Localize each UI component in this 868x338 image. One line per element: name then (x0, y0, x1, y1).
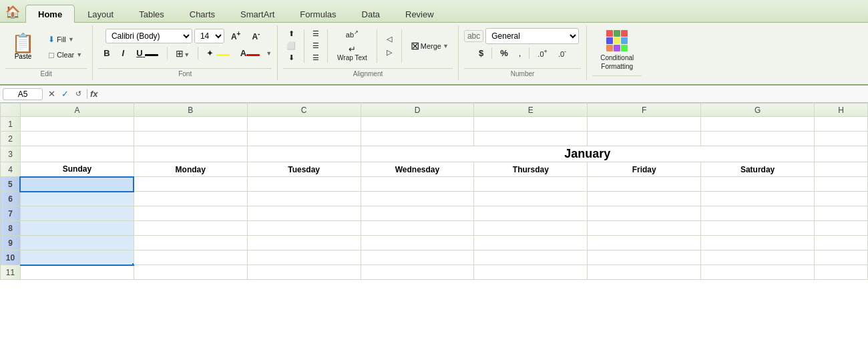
cell-h5[interactable] (815, 177, 868, 192)
indent-increase-button[interactable]: ▷ (382, 46, 397, 59)
col-header-b[interactable]: B (134, 104, 247, 117)
cell-e10[interactable] (474, 250, 588, 265)
cell-g8[interactable] (701, 221, 815, 236)
decrease-decimal-button[interactable]: .0- (554, 46, 571, 60)
cell-a10[interactable] (20, 250, 134, 265)
cell-d7[interactable] (361, 206, 474, 221)
cell-a9[interactable] (20, 236, 134, 250)
cell-g11[interactable] (701, 265, 815, 280)
cell-b1[interactable] (134, 117, 247, 132)
cell-h2[interactable] (815, 132, 868, 146)
increase-font-button[interactable]: A+ (226, 28, 246, 43)
cell-g10[interactable] (701, 250, 815, 265)
row-header-4[interactable]: 4 (1, 162, 21, 177)
font-name-select[interactable]: Calibri (Body) (105, 29, 192, 43)
cell-g2[interactable] (701, 132, 815, 146)
cell-g1[interactable] (701, 117, 815, 132)
cell-f4[interactable]: Friday (588, 162, 701, 177)
confirm-formula-icon[interactable]: ✓ (59, 88, 71, 100)
cell-d11[interactable] (361, 265, 474, 280)
align-top-button[interactable]: ⬆ (283, 28, 299, 39)
cell-highlight-button[interactable]: ✦ (202, 46, 234, 60)
cell-e6[interactable] (474, 192, 588, 206)
formula-input[interactable] (103, 90, 865, 99)
row-header-6[interactable]: 6 (1, 192, 21, 206)
cell-g9[interactable] (701, 236, 815, 250)
bold-button[interactable]: B (98, 45, 115, 61)
tab-home[interactable]: Home (25, 5, 75, 23)
cell-h6[interactable] (815, 192, 868, 206)
cell-c2[interactable] (247, 132, 361, 146)
cell-g5[interactable] (701, 177, 815, 192)
cancel-formula-icon[interactable]: ✕ (45, 88, 57, 100)
cell-h8[interactable] (815, 221, 868, 236)
cell-a2[interactable] (20, 132, 134, 146)
cell-a11[interactable] (20, 265, 134, 280)
fill-button[interactable]: ⬇ Fill ▼ (43, 33, 87, 46)
cell-g6[interactable] (701, 192, 815, 206)
paste-button[interactable]: 📋 Paste (5, 32, 41, 62)
col-header-a[interactable]: A (20, 104, 134, 117)
col-header-g[interactable]: G (701, 104, 815, 117)
col-header-f[interactable]: F (588, 104, 701, 117)
cell-f1[interactable] (588, 117, 701, 132)
tab-review[interactable]: Review (393, 5, 447, 23)
cell-a1[interactable] (20, 117, 134, 132)
cell-b10[interactable] (134, 250, 247, 265)
cell-a6[interactable] (20, 192, 134, 206)
col-header-c[interactable]: C (247, 104, 361, 117)
col-header-e[interactable]: E (474, 104, 588, 117)
cell-h3[interactable] (815, 146, 868, 162)
cell-e4[interactable]: Thursday (474, 162, 588, 177)
orientation-button[interactable]: ab↗ (342, 28, 363, 40)
increase-decimal-button[interactable]: .0+ (533, 46, 552, 60)
merge-button[interactable]: ⊠ Merge ▼ (407, 37, 453, 55)
font-size-select[interactable]: 14 (194, 29, 224, 43)
cell-e7[interactable] (474, 206, 588, 221)
cell-d6[interactable] (361, 192, 474, 206)
col-header-d[interactable]: D (361, 104, 474, 117)
number-format-select[interactable]: General (485, 28, 579, 44)
cell-e8[interactable] (474, 221, 588, 236)
autocomplete-icon[interactable]: ↺ (72, 88, 84, 100)
cell-b9[interactable] (134, 236, 247, 250)
align-middle-button[interactable]: ⬜ (283, 40, 299, 51)
align-right-button[interactable]: ☰ (309, 52, 322, 63)
clear-button[interactable]: ◻ Clear ▼ (43, 48, 87, 61)
col-header-h[interactable]: H (815, 104, 868, 117)
tab-layout[interactable]: Layout (75, 5, 126, 23)
spreadsheet-container[interactable]: A B C D E F G H 1 (0, 103, 868, 338)
cell-h7[interactable] (815, 206, 868, 221)
cell-d10[interactable] (361, 250, 474, 265)
cell-d1[interactable] (361, 117, 474, 132)
cell-c3[interactable] (247, 146, 361, 162)
cell-c4[interactable]: Tuesday (247, 162, 361, 177)
cell-b4[interactable]: Monday (134, 162, 247, 177)
font-color-button[interactable]: A (236, 46, 264, 60)
cell-e5[interactable] (474, 177, 588, 192)
cell-f8[interactable] (588, 221, 701, 236)
row-header-7[interactable]: 7 (1, 206, 21, 221)
row-header-9[interactable]: 9 (1, 236, 21, 250)
percent-button[interactable]: % (495, 46, 513, 60)
cell-f5[interactable] (588, 177, 701, 192)
cell-d5[interactable] (361, 177, 474, 192)
row-header-1[interactable]: 1 (1, 117, 21, 132)
underline-button[interactable]: U (131, 45, 164, 61)
cell-a7[interactable] (20, 206, 134, 221)
cell-f11[interactable] (588, 265, 701, 280)
tab-formulas[interactable]: Formulas (287, 5, 349, 23)
cell-g7[interactable] (701, 206, 815, 221)
cell-b3[interactable] (134, 146, 247, 162)
borders-button[interactable]: ⊞▼ (171, 46, 194, 61)
cell-e9[interactable] (474, 236, 588, 250)
cell-b2[interactable] (134, 132, 247, 146)
italic-button[interactable]: I (117, 45, 130, 61)
row-header-10[interactable]: 10 (1, 250, 21, 265)
comma-button[interactable]: , (514, 46, 526, 60)
cell-b8[interactable] (134, 221, 247, 236)
cell-a3[interactable] (20, 146, 134, 162)
tab-smartart[interactable]: SmartArt (228, 5, 287, 23)
align-bottom-button[interactable]: ⬇ (283, 52, 299, 63)
cell-b7[interactable] (134, 206, 247, 221)
